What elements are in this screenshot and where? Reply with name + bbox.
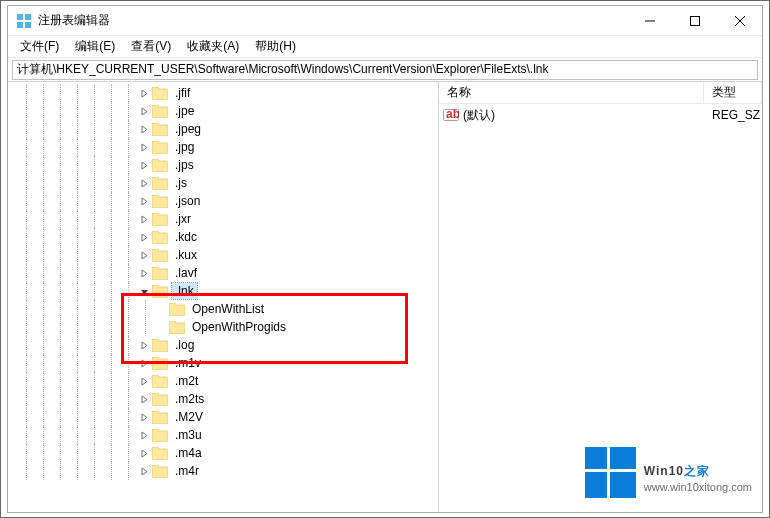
close-button[interactable] [717, 6, 762, 35]
tree-item[interactable]: .m4r [8, 462, 289, 480]
tree-item[interactable]: .m2ts [8, 390, 289, 408]
menu-help[interactable]: 帮助(H) [247, 36, 304, 57]
tree-item-label: .js [172, 175, 190, 191]
tree-item-label: .jpeg [172, 121, 204, 137]
tree-item-label: .m3u [172, 427, 205, 443]
expander-icon[interactable] [137, 176, 151, 190]
svg-rect-1 [25, 14, 31, 20]
tree-item[interactable]: .jpe [8, 102, 289, 120]
address-bar [8, 58, 762, 82]
watermark-brand: Win10 [644, 464, 684, 478]
list-header: 名称 类型 [439, 82, 762, 104]
tree-item-label: .log [172, 337, 197, 353]
expander-icon[interactable] [137, 356, 151, 370]
tree-item[interactable]: .json [8, 192, 289, 210]
tree-item-label: .jxr [172, 211, 194, 227]
tree-item[interactable]: .js [8, 174, 289, 192]
list-row[interactable]: ab (默认) REG_SZ [439, 106, 762, 124]
expander-icon[interactable] [137, 194, 151, 208]
menu-edit[interactable]: 编辑(E) [67, 36, 123, 57]
value-name-cell: ab (默认) [439, 107, 704, 124]
tree-item-label: OpenWithList [189, 301, 267, 317]
column-name[interactable]: 名称 [439, 82, 704, 103]
tree-item-label: .M2V [172, 409, 206, 425]
expander-icon[interactable] [137, 392, 151, 406]
expander-icon[interactable] [137, 122, 151, 136]
svg-rect-2 [17, 22, 23, 28]
expander-icon[interactable] [137, 446, 151, 460]
maximize-icon [690, 16, 700, 26]
tree-item[interactable]: .M2V [8, 408, 289, 426]
column-type[interactable]: 类型 [704, 82, 762, 103]
tree-item[interactable]: .jxr [8, 210, 289, 228]
tree-item-label: .m1v [172, 355, 204, 371]
expander-icon[interactable] [154, 302, 168, 316]
tree-item[interactable]: .m1v [8, 354, 289, 372]
tree-pane[interactable]: .jfif.jpe.jpeg.jpg.jps.js.json.jxr.kdc.k… [8, 82, 439, 512]
tree-item-label: .lnk [172, 283, 197, 299]
tree-item-label: .jfif [172, 85, 193, 101]
expander-icon[interactable] [137, 212, 151, 226]
tree-item-label: OpenWithProgids [189, 319, 289, 335]
tree-item-label: .lavf [172, 265, 200, 281]
tree-item-label: .m4a [172, 445, 205, 461]
tree-item[interactable]: .log [8, 336, 289, 354]
expander-icon[interactable] [137, 230, 151, 244]
svg-rect-0 [17, 14, 23, 20]
tree-item[interactable]: .jfif [8, 84, 289, 102]
menu-file[interactable]: 文件(F) [12, 36, 67, 57]
expander-icon[interactable] [137, 140, 151, 154]
watermark: Win10之家 www.win10xitong.com [585, 447, 752, 498]
tree-item[interactable]: .m2t [8, 372, 289, 390]
tree-item-label: .m2t [172, 373, 201, 389]
tree-item-label: .kdc [172, 229, 200, 245]
expander-icon[interactable] [137, 266, 151, 280]
tree-item[interactable]: .lnk [8, 282, 289, 300]
tree-item[interactable]: .m4a [8, 444, 289, 462]
menubar: 文件(F) 编辑(E) 查看(V) 收藏夹(A) 帮助(H) [8, 36, 762, 58]
titlebar: 注册表编辑器 [8, 6, 762, 36]
close-icon [735, 16, 745, 26]
tree-item-label: .jpg [172, 139, 197, 155]
expander-icon[interactable] [137, 338, 151, 352]
tree-item-label: .m4r [172, 463, 202, 479]
tree-item[interactable]: .jpeg [8, 120, 289, 138]
window-title: 注册表编辑器 [38, 12, 627, 29]
expander-icon[interactable] [137, 158, 151, 172]
windows-logo-icon [585, 447, 636, 498]
tree-item[interactable]: .jpg [8, 138, 289, 156]
maximize-button[interactable] [672, 6, 717, 35]
tree-item[interactable]: .kux [8, 246, 289, 264]
expander-icon[interactable] [137, 248, 151, 262]
tree-item[interactable]: .kdc [8, 228, 289, 246]
address-input[interactable] [12, 60, 758, 80]
tree-item[interactable]: .m3u [8, 426, 289, 444]
watermark-brand-accent: 之家 [684, 464, 710, 478]
watermark-text: Win10之家 www.win10xitong.com [644, 453, 752, 493]
svg-rect-5 [690, 16, 699, 25]
value-type: REG_SZ [704, 108, 762, 122]
tree-item[interactable]: OpenWithProgids [8, 318, 289, 336]
tree-item-label: .jps [172, 157, 197, 173]
expander-icon[interactable] [137, 86, 151, 100]
expander-icon[interactable] [137, 374, 151, 388]
tree-item[interactable]: OpenWithList [8, 300, 289, 318]
expander-icon[interactable] [137, 428, 151, 442]
menu-favorites[interactable]: 收藏夹(A) [179, 36, 247, 57]
string-value-icon: ab [443, 107, 459, 123]
expander-icon[interactable] [137, 284, 151, 298]
minimize-button[interactable] [627, 6, 672, 35]
tree-item-label: .m2ts [172, 391, 207, 407]
watermark-url: www.win10xitong.com [644, 481, 752, 493]
menu-view[interactable]: 查看(V) [123, 36, 179, 57]
registry-tree: .jfif.jpe.jpeg.jpg.jps.js.json.jxr.kdc.k… [8, 84, 289, 480]
tree-item[interactable]: .jps [8, 156, 289, 174]
app-icon [16, 13, 32, 29]
svg-rect-3 [25, 22, 31, 28]
value-name: (默认) [463, 107, 495, 124]
tree-item[interactable]: .lavf [8, 264, 289, 282]
expander-icon[interactable] [154, 320, 168, 334]
expander-icon[interactable] [137, 410, 151, 424]
expander-icon[interactable] [137, 464, 151, 478]
expander-icon[interactable] [137, 104, 151, 118]
